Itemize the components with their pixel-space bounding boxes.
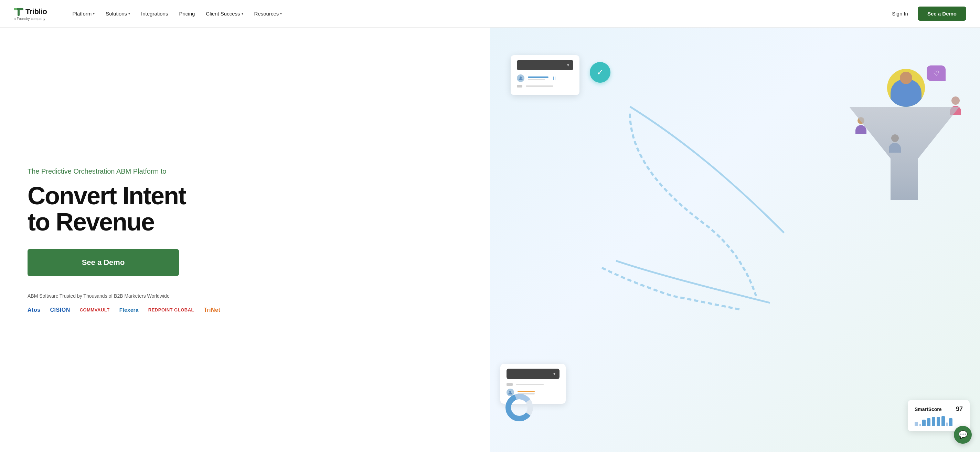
bar-8 xyxy=(946,422,948,426)
logo-link[interactable]: Triblio a Foundry company xyxy=(14,7,47,21)
logo-cision: CISION xyxy=(50,307,70,313)
bar-6 xyxy=(937,417,940,426)
bar-4 xyxy=(927,418,931,426)
bar-2 xyxy=(920,424,921,426)
nav-links: Platform ▾ Solutions ▾ Integrations Pric… xyxy=(68,8,888,19)
triblio-logo-icon xyxy=(14,7,24,16)
card-row-2 xyxy=(517,85,573,88)
nav-integrations[interactable]: Integrations xyxy=(136,8,173,19)
main-nav: Triblio a Foundry company Platform ▾ Sol… xyxy=(0,0,980,27)
trusted-text: ABM Software Trusted by Thousands of B2B… xyxy=(27,293,466,299)
hero-section: The Predictive Orchestration ABM Platfor… xyxy=(0,27,980,452)
nav-solutions[interactable]: Solutions ▾ xyxy=(101,8,135,19)
pause-icon: ⏸ xyxy=(552,75,557,81)
chat-widget-button[interactable]: 💬 xyxy=(954,426,972,444)
ui-card-top: ▾ ⏸ xyxy=(511,55,579,95)
bar-7 xyxy=(942,416,945,426)
bar-1 xyxy=(915,422,918,426)
card-header-top: ▾ xyxy=(517,60,573,70)
logo-text: Triblio xyxy=(25,7,47,16)
bar-5 xyxy=(932,417,935,426)
logo-flexera: Flexera xyxy=(119,307,139,313)
logo-atos: Atos xyxy=(27,307,41,313)
person-big-head xyxy=(900,72,912,84)
chat-bubble-illustration: ♡ xyxy=(927,65,946,81)
resources-chevron-icon: ▾ xyxy=(280,12,282,16)
svg-rect-1 xyxy=(18,8,20,16)
smart-score-chart xyxy=(915,416,963,426)
card-chevron-icon: ▾ xyxy=(567,63,569,67)
hero-eyebrow: The Predictive Orchestration ABM Platfor… xyxy=(27,166,466,176)
brand-logo-strip: Atos CISION COMMVAULT Flexera REDPOINT G… xyxy=(27,307,466,313)
nav-pricing[interactable]: Pricing xyxy=(174,8,200,19)
funnel-illustration xyxy=(842,96,966,207)
nav-client-success[interactable]: Client Success ▾ xyxy=(201,8,248,19)
card-header-bottom: ▾ xyxy=(506,369,560,379)
card-chevron-bottom-icon: ▾ xyxy=(553,371,555,376)
logo-commvault: COMMVAULT xyxy=(80,307,110,313)
card-avatar-1 xyxy=(517,74,524,82)
verified-badge: ✓ xyxy=(590,62,611,83)
svg-rect-2 xyxy=(14,8,17,10)
nav-actions: Sign In See a Demo xyxy=(888,6,966,21)
hero-demo-button[interactable]: See a Demo xyxy=(27,249,179,276)
donut-chart xyxy=(504,392,535,425)
hero-title: Convert Intent to Revenue xyxy=(27,183,466,235)
smart-score-value: 97 xyxy=(956,406,963,413)
bar-3 xyxy=(922,420,926,426)
hero-illustration: ▾ ⏸ ✓ xyxy=(490,27,980,452)
logo-redpoint: REDPOINT GLOBAL xyxy=(148,307,194,313)
solutions-chevron-icon: ▾ xyxy=(128,12,130,16)
card-bottom-row-1 xyxy=(506,383,560,386)
hero-content: The Predictive Orchestration ABM Platfor… xyxy=(0,27,490,452)
client-success-chevron-icon: ▾ xyxy=(242,12,243,16)
sign-in-link[interactable]: Sign In xyxy=(888,8,912,19)
nav-platform[interactable]: Platform ▾ xyxy=(68,8,100,19)
smart-score-label: SmartScore xyxy=(915,407,942,412)
logo-sub: a Foundry company xyxy=(14,17,47,21)
platform-chevron-icon: ▾ xyxy=(93,12,95,16)
nav-resources[interactable]: Resources ▾ xyxy=(250,8,287,19)
nav-demo-button[interactable]: See a Demo xyxy=(918,6,966,21)
bar-9 xyxy=(949,418,953,426)
card-row-1: ⏸ xyxy=(517,74,573,82)
logo-trinet: TriNet xyxy=(204,307,220,313)
